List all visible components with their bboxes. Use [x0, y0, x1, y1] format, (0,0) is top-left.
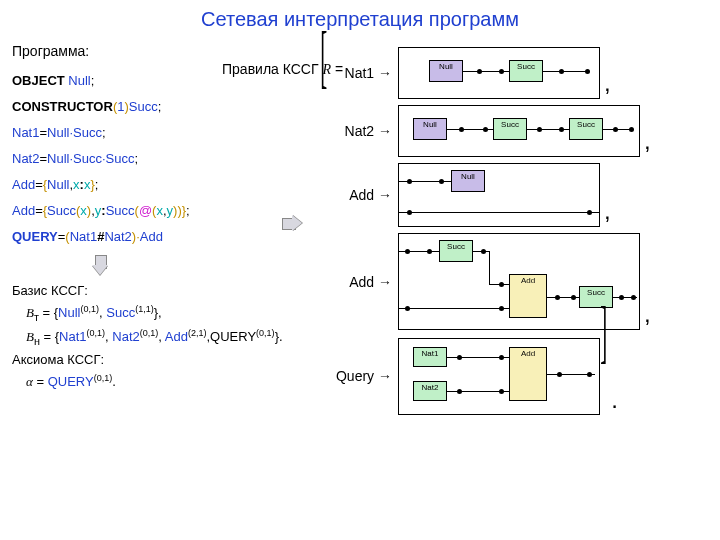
comma: , — [644, 300, 651, 328]
op: = — [39, 125, 47, 140]
ident: QUERY — [210, 329, 256, 344]
rule-add-1: Add → Null , — [332, 163, 692, 227]
code-line-7: QUERY=(Nat1#Nat2)·Add — [12, 229, 332, 244]
punct: ; — [186, 203, 190, 218]
port-dot — [585, 69, 590, 74]
sup: (0,1) — [140, 328, 159, 338]
ident: QUERY — [48, 374, 94, 389]
keyword: QUERY — [12, 229, 58, 244]
port-dot — [457, 389, 462, 394]
port-dot — [555, 295, 560, 300]
nat2-box: Nat2 — [413, 381, 447, 401]
port-dot — [499, 306, 504, 311]
port-dot — [407, 179, 412, 184]
wire — [543, 71, 589, 72]
ident: Null — [47, 177, 69, 192]
ident: Null — [68, 73, 90, 88]
arrow-down-icon — [92, 255, 108, 273]
ident: Add — [165, 329, 188, 344]
ident: Nat1 — [12, 125, 39, 140]
sup: (0,1) — [94, 373, 113, 383]
op: = — [33, 374, 48, 389]
port-dot — [499, 389, 504, 394]
main-content: Программа: OBJECT Null; CONSTRUCTOR(1)Su… — [0, 35, 720, 422]
null-box: Null — [413, 118, 447, 140]
code-line-4: Nat2=Null·Succ·Succ; — [12, 151, 332, 166]
port-dot — [587, 372, 592, 377]
succ-box: Succ — [509, 60, 543, 82]
punct: ; — [91, 73, 95, 88]
axiom-label: Аксиома КССГ: — [12, 350, 332, 371]
ident: Add — [12, 177, 35, 192]
code-line-5: Add={Null,x:x}; — [12, 177, 332, 192]
axiom-line: α = QUERY(0,1). — [12, 371, 332, 393]
succ-box: Succ — [439, 240, 473, 262]
port-dot — [557, 372, 562, 377]
ident: Succ — [129, 99, 158, 114]
right-column: Правила КССГ R = [ Nat1 → Null Succ , Na… — [332, 35, 692, 422]
port-dot — [477, 69, 482, 74]
bracket-open-icon: [ — [320, 17, 327, 97]
ident: Nat2 — [112, 329, 139, 344]
punct: ; — [95, 177, 99, 192]
op: = — [39, 151, 47, 166]
comma: , — [644, 127, 651, 155]
ident: Succ — [106, 305, 135, 320]
punct: ; — [134, 151, 138, 166]
ident: Nat1 — [59, 329, 86, 344]
ident: Add — [140, 229, 163, 244]
rule-label: Query → — [332, 368, 398, 384]
rule-add-2: Add → Succ Add Succ , — [332, 233, 692, 330]
diagram-query: Nat1 Nat2 Add — [398, 338, 600, 415]
rule-nat2: Nat2 → Null Succ Succ , — [332, 105, 692, 157]
punct: ; — [158, 99, 162, 114]
wire — [489, 251, 490, 284]
at-sym: @ — [139, 203, 152, 218]
port-dot — [481, 249, 486, 254]
port-dot — [587, 210, 592, 215]
port-dot — [613, 127, 618, 132]
paren: )· — [132, 229, 140, 244]
ident: Nat2 — [104, 229, 131, 244]
code-line-2: CONSTRUCTOR(1)Succ; — [12, 99, 332, 114]
sup: (2,1) — [188, 328, 207, 338]
ident: Nat2 — [12, 151, 39, 166]
keyword: OBJECT — [12, 73, 65, 88]
port-dot — [427, 249, 432, 254]
ident: Null — [58, 305, 80, 320]
port-dot — [457, 355, 462, 360]
page-title: Сетевая интерпретация программ — [0, 0, 720, 35]
ident: Succ — [47, 203, 76, 218]
op: = — [35, 177, 43, 192]
sup: (0,1) — [87, 328, 106, 338]
succ-box: Succ — [493, 118, 527, 140]
diagram-nat1: Null Succ — [398, 47, 600, 99]
ident: Succ — [106, 203, 135, 218]
rule-query: Query → Nat1 Nat2 Add ] . — [332, 336, 692, 416]
port-dot — [537, 127, 542, 132]
text: Правила КССГ — [222, 61, 322, 77]
basis-block: Базис КССГ: Bт = {Null(0,1), Succ(1,1)},… — [12, 281, 332, 393]
expr: Null·Succ·Succ — [47, 151, 134, 166]
comma: , — [604, 69, 611, 97]
add-box: Add — [509, 347, 547, 401]
port-dot — [407, 210, 412, 215]
null-box: Null — [451, 170, 485, 192]
op: = — [331, 61, 343, 77]
code-line-3: Nat1=Null·Succ; — [12, 125, 332, 140]
keyword: CONSTRUCTOR — [12, 99, 113, 114]
arrow-right-icon — [282, 215, 300, 231]
rule-label: Add → — [332, 187, 398, 203]
punct: ; — [102, 125, 106, 140]
rule-nat1: Nat1 → Null Succ , — [332, 47, 692, 99]
ident: Nat1 — [70, 229, 97, 244]
port-dot — [483, 127, 488, 132]
expr: Null·Succ — [47, 125, 102, 140]
text: = { — [39, 305, 58, 320]
null-box: Null — [429, 60, 463, 82]
text: = { — [40, 329, 59, 344]
sup: (1,1) — [135, 304, 154, 314]
add-box: Add — [509, 274, 547, 318]
port-dot — [619, 295, 624, 300]
basis-line-1: Bт = {Null(0,1), Succ(1,1)}, — [12, 302, 332, 326]
